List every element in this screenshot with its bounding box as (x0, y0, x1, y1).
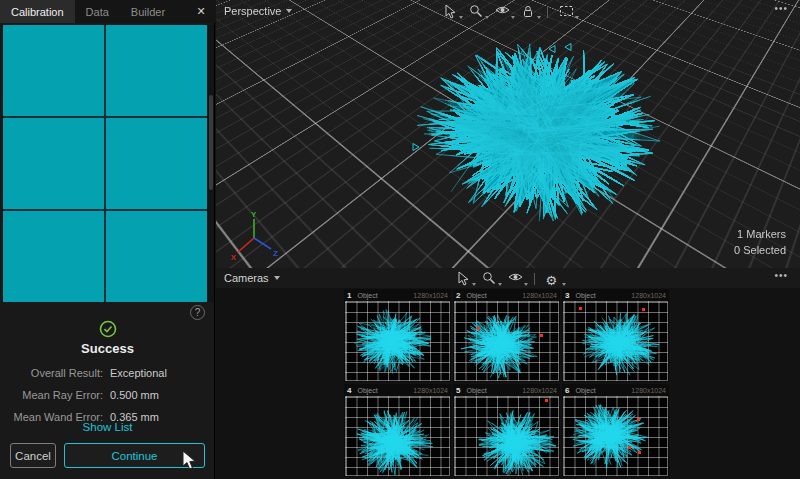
camera-number: 5 (456, 386, 460, 395)
camera-image (345, 301, 450, 381)
motive-app-window: Calibration Data Builder ✕ ? Success Ove… (0, 0, 800, 479)
error-marker-dot (628, 446, 631, 449)
camera-mode-label: Object (575, 292, 595, 299)
camera-number: 4 (347, 386, 351, 395)
close-icon[interactable]: ✕ (194, 4, 208, 18)
camera-resolution: 1280x1024 (522, 292, 557, 299)
selection-marquee-icon[interactable] (559, 4, 574, 19)
result-value: 0.500 mm (110, 389, 159, 401)
camera-frustum-icon[interactable] (411, 138, 421, 156)
more-options-icon[interactable]: ••• (774, 3, 788, 14)
camera-view-5[interactable]: 5Object1280x1024 (453, 384, 560, 477)
more-options-icon[interactable]: ••• (774, 270, 788, 281)
viewport-toolbar (216, 4, 800, 19)
calibration-coverage-grid[interactable] (3, 25, 207, 302)
camera-resolution: 1280x1024 (631, 292, 666, 299)
camera-image (563, 301, 668, 381)
error-marker-dot (579, 307, 582, 310)
selection-status: 1 Markers 0 Selected (734, 226, 786, 258)
select-arrow-icon[interactable] (456, 271, 471, 286)
error-marker-dot (642, 308, 645, 311)
camera-number: 1 (347, 291, 351, 300)
coverage-cell (106, 211, 207, 302)
camera-resolution: 1280x1024 (413, 292, 448, 299)
camera-mode-label: Object (357, 387, 377, 394)
error-marker-dot (545, 399, 548, 402)
lock-icon[interactable] (521, 4, 536, 19)
calibration-result-rows: Overall Result: Exceptional Mean Ray Err… (0, 362, 215, 428)
camera-image (345, 396, 450, 476)
coverage-cell (3, 118, 104, 209)
result-label: Mean Ray Error: (0, 389, 103, 401)
result-row: Overall Result: Exceptional (0, 362, 215, 384)
ground-grid (216, 0, 800, 258)
visibility-eye-icon[interactable] (495, 4, 510, 19)
camera-number: 3 (565, 291, 569, 300)
camera-mode-label: Object (466, 292, 486, 299)
error-marker-dot (638, 451, 641, 454)
continue-button[interactable]: Continue (64, 443, 205, 468)
camera-frustum-icon[interactable] (547, 40, 557, 58)
cameras-pane: Cameras ⚙ ••• 1Object1280x1024 2Object1 (216, 268, 800, 479)
selected-count: 0 Selected (734, 242, 786, 258)
camera-view-2[interactable]: 2Object1280x1024 (453, 289, 560, 382)
camera-number: 6 (565, 386, 569, 395)
visibility-eye-icon[interactable] (508, 271, 523, 286)
calibration-pane: Calibration Data Builder ✕ ? Success Ove… (0, 0, 215, 479)
perspective-viewport[interactable]: Perspective ••• Y X Z 1 Marker (216, 0, 800, 268)
scrollbar[interactable] (208, 25, 214, 302)
axis-z-label: Z (273, 249, 278, 258)
result-value: Exceptional (110, 367, 167, 379)
camera-view-6[interactable]: 6Object1280x1024 (562, 384, 669, 477)
camera-mode-label: Object (575, 387, 595, 394)
markers-count: 1 Markers (734, 226, 786, 242)
cameras-toolbar: ⚙ (216, 271, 800, 286)
toolbar-separator (534, 273, 535, 285)
camera-frustum-icon[interactable] (563, 38, 573, 56)
camera-view-1[interactable]: 1Object1280x1024 (344, 289, 451, 382)
axis-gizmo: Y X Z (230, 210, 280, 262)
camera-image (454, 396, 559, 476)
camera-resolution: 1280x1024 (522, 387, 557, 394)
zoom-magnifier-icon[interactable] (482, 271, 497, 286)
toolbar-separator (547, 6, 548, 18)
axis-y-label: Y (251, 210, 257, 219)
cancel-button[interactable]: Cancel (10, 443, 56, 468)
result-label: Overall Result: (0, 367, 103, 379)
result-row: Mean Ray Error: 0.500 mm (0, 384, 215, 406)
select-arrow-icon[interactable] (443, 4, 458, 19)
calibration-result-title: Success (0, 341, 215, 356)
camera-number: 2 (456, 291, 460, 300)
camera-views-grid: 1Object1280x1024 2Object1280x1024 3Objec… (344, 289, 669, 477)
tab-data[interactable]: Data (75, 0, 120, 23)
camera-frustum-icon[interactable] (546, 197, 556, 215)
camera-mode-label: Object (357, 292, 377, 299)
camera-image (563, 396, 668, 476)
camera-view-3[interactable]: 3Object1280x1024 (562, 289, 669, 382)
tab-builder[interactable]: Builder (120, 0, 176, 23)
error-marker-dot (477, 327, 480, 330)
show-list-link[interactable]: Show List (0, 421, 215, 433)
camera-image (454, 301, 559, 381)
error-marker-dot (637, 418, 640, 421)
camera-mode-label: Object (466, 387, 486, 394)
coverage-cell (106, 118, 207, 209)
coverage-cell (3, 25, 104, 116)
error-marker-dot (540, 334, 543, 337)
cameras-header: Cameras ⚙ ••• (216, 268, 800, 288)
zoom-magnifier-icon[interactable] (469, 4, 484, 19)
tab-calibration[interactable]: Calibration (0, 0, 75, 23)
camera-resolution: 1280x1024 (413, 387, 448, 394)
pane-tabs: Calibration Data Builder ✕ (0, 0, 215, 23)
camera-view-4[interactable]: 4Object1280x1024 (344, 384, 451, 477)
coverage-cell (3, 211, 104, 302)
help-icon[interactable]: ? (190, 305, 205, 320)
camera-resolution: 1280x1024 (631, 387, 666, 394)
coverage-cell (106, 25, 207, 116)
settings-gear-icon[interactable]: ⚙ (546, 271, 561, 286)
camera-frustum-icon[interactable] (558, 181, 568, 199)
success-check-icon (99, 320, 117, 338)
scrollbar-thumb[interactable] (209, 95, 213, 190)
axis-x-label: X (231, 253, 237, 262)
